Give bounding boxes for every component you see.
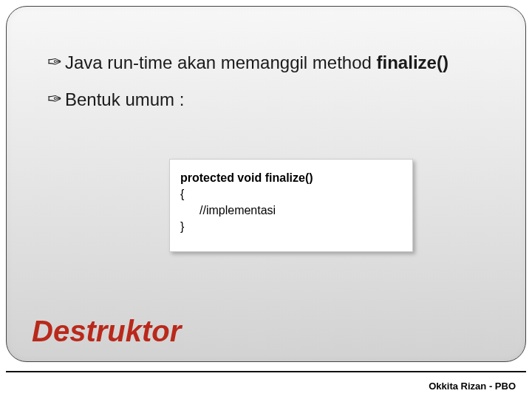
slide-body: ✑ Java run-time akan memanggil method fi… bbox=[47, 51, 496, 125]
bullet-prefix: Bentuk umum : bbox=[65, 89, 184, 109]
bullet-prefix: Java run-time akan memanggil method bbox=[65, 52, 377, 72]
code-body: //implementasi bbox=[180, 202, 402, 219]
divider bbox=[6, 371, 526, 372]
code-signature: protected void finalize() bbox=[180, 170, 402, 186]
bullet-icon: ✑ bbox=[47, 51, 62, 73]
footer-text: Okkita Rizan - PBO bbox=[429, 381, 516, 392]
code-close-brace: } bbox=[180, 219, 402, 235]
bullet-strong: finalize() bbox=[377, 52, 449, 72]
bullet-item: ✑ Java run-time akan memanggil method fi… bbox=[47, 51, 496, 75]
slide-title: Destruktor bbox=[32, 315, 181, 348]
bullet-text: Bentuk umum : bbox=[65, 88, 184, 112]
code-open-brace: { bbox=[180, 186, 402, 202]
bullet-text: Java run-time akan memanggil method fina… bbox=[65, 51, 449, 75]
slide-frame: ✑ Java run-time akan memanggil method fi… bbox=[6, 6, 526, 362]
code-box: protected void finalize() { //implementa… bbox=[169, 159, 413, 252]
bullet-item: ✑ Bentuk umum : bbox=[47, 88, 496, 112]
bullet-icon: ✑ bbox=[47, 88, 62, 110]
